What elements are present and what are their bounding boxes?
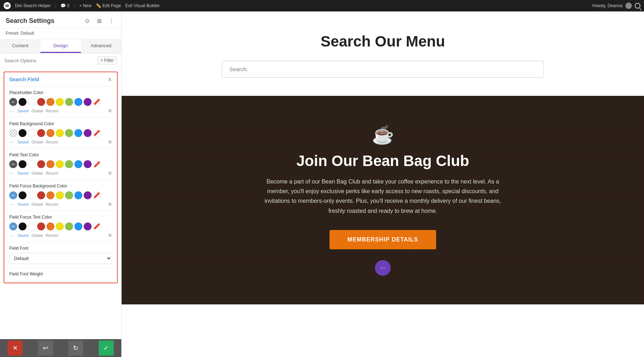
recent-tag[interactable]: Recent [46, 140, 58, 144]
dots-menu[interactable]: ··· [9, 139, 15, 145]
swatch-black[interactable] [19, 191, 26, 199]
saved-tag[interactable]: Saved [18, 171, 29, 175]
search-options-input[interactable] [4, 58, 94, 63]
columns-icon[interactable]: ⊞ [95, 16, 103, 25]
swatch-orange[interactable] [47, 222, 54, 230]
close-button[interactable]: ✕ [8, 341, 23, 356]
swatch-yellow[interactable] [56, 160, 64, 168]
saved-tag[interactable]: Saved [18, 109, 29, 113]
recent-tag[interactable]: Recent [46, 109, 58, 113]
swatch-black[interactable] [19, 160, 26, 168]
placeholder-color-picker[interactable]: ✏ [9, 98, 17, 106]
exit-visual-builder-link[interactable]: Exit Visual Builder [125, 3, 160, 8]
recent-tag[interactable]: Recent [46, 202, 58, 206]
search-input[interactable] [229, 66, 536, 72]
swatch-red[interactable] [37, 222, 45, 230]
collapse-button[interactable]: ∧ [108, 76, 112, 83]
swatch-blue[interactable] [74, 98, 82, 106]
swatch-green[interactable] [65, 160, 73, 168]
gear-icon[interactable]: ⚙ [108, 140, 112, 145]
more-button[interactable]: ··· [375, 260, 391, 276]
field-bg-color-picker[interactable] [9, 129, 17, 137]
redo-button[interactable]: ↻ [68, 341, 83, 356]
swatch-yellow[interactable] [56, 222, 64, 230]
swatch-black[interactable] [19, 222, 26, 230]
recent-tag[interactable]: Recent [46, 171, 58, 175]
swatch-black[interactable] [19, 98, 26, 106]
swatch-blue[interactable] [74, 222, 82, 230]
swatch-blue[interactable] [74, 191, 82, 199]
gear-icon[interactable]: ⚙ [108, 108, 112, 113]
swatch-red[interactable] [37, 191, 45, 199]
tab-advanced[interactable]: Advanced [81, 39, 121, 53]
swatch-yellow[interactable] [56, 98, 64, 106]
filter-button[interactable]: + Filter [97, 56, 117, 65]
global-tag[interactable]: Global [31, 202, 43, 206]
dots-menu[interactable]: ··· [9, 233, 15, 238]
swatch-red[interactable] [37, 129, 45, 137]
swatch-white[interactable] [28, 191, 36, 199]
global-tag[interactable]: Global [31, 109, 43, 113]
dots-menu[interactable]: ··· [9, 201, 15, 207]
saved-tag[interactable]: Saved [18, 233, 29, 238]
swatch-yellow[interactable] [56, 191, 64, 199]
undo-button[interactable]: ↩ [38, 341, 53, 356]
dots-menu[interactable]: ··· [9, 108, 15, 114]
swatch-yellow[interactable] [56, 129, 64, 137]
tab-design[interactable]: Design [40, 39, 81, 53]
membership-button[interactable]: Membership Details [330, 230, 436, 249]
swatch-clear[interactable] [93, 129, 101, 137]
swatch-green[interactable] [65, 129, 73, 137]
field-font-select[interactable]: Default [9, 253, 112, 264]
dots-menu[interactable]: ··· [9, 170, 15, 176]
gear-icon[interactable]: ⚙ [108, 202, 112, 207]
swatch-green[interactable] [65, 191, 73, 199]
global-tag[interactable]: Global [31, 171, 43, 175]
swatch-white[interactable] [28, 98, 36, 106]
divi-search-helper-link[interactable]: Divi Search Helper [15, 3, 51, 8]
avatar[interactable] [625, 3, 632, 9]
field-focus-text-color-picker[interactable]: ✏ [9, 222, 17, 230]
swatch-black[interactable] [19, 129, 26, 137]
swatch-red[interactable] [37, 98, 45, 106]
new-link[interactable]: + New [79, 3, 91, 8]
swatch-clear[interactable] [93, 160, 101, 168]
preset-label[interactable]: Preset: Default [6, 31, 34, 36]
swatch-purple[interactable] [84, 191, 92, 199]
swatch-purple[interactable] [84, 129, 92, 137]
swatch-clear[interactable] [93, 191, 101, 199]
wp-logo-icon[interactable]: W [4, 2, 11, 9]
recent-tag[interactable]: Recent [46, 233, 58, 238]
edit-page-link[interactable]: ✏️ Edit Page [96, 3, 121, 8]
swatch-orange[interactable] [47, 160, 54, 168]
swatch-white[interactable] [28, 222, 36, 230]
swatch-clear[interactable] [93, 222, 101, 230]
sidebar-scroll[interactable]: Search Field ∧ Placeholder Color ✏ [0, 68, 121, 357]
swatch-orange[interactable] [47, 98, 54, 106]
swatch-purple[interactable] [84, 222, 92, 230]
swatch-red[interactable] [37, 160, 45, 168]
tab-content[interactable]: Content [0, 39, 40, 53]
swatch-blue[interactable] [74, 160, 82, 168]
field-text-color-picker[interactable]: ✏ [9, 160, 17, 168]
swatch-white[interactable] [28, 160, 36, 168]
saved-tag[interactable]: Saved [18, 140, 29, 144]
gear-icon[interactable]: ⚙ [108, 171, 112, 176]
comments-link[interactable]: 💬 0 [60, 3, 69, 8]
saved-tag[interactable]: Saved [18, 202, 29, 206]
field-focus-bg-color-picker[interactable]: ✏ [9, 191, 17, 199]
search-settings-icon[interactable]: ⊙ [83, 16, 91, 25]
swatch-orange[interactable] [47, 191, 54, 199]
more-options-icon[interactable]: ⋮ [107, 16, 116, 25]
swatch-orange[interactable] [47, 129, 54, 137]
global-tag[interactable]: Global [31, 140, 43, 144]
swatch-blue[interactable] [74, 129, 82, 137]
gear-icon[interactable]: ⚙ [108, 233, 112, 238]
search-icon[interactable] [635, 3, 640, 9]
swatch-white[interactable] [28, 129, 36, 137]
swatch-clear[interactable] [93, 98, 101, 106]
swatch-purple[interactable] [84, 98, 92, 106]
swatch-purple[interactable] [84, 160, 92, 168]
save-button[interactable]: ✓ [99, 341, 114, 356]
swatch-green[interactable] [65, 98, 73, 106]
